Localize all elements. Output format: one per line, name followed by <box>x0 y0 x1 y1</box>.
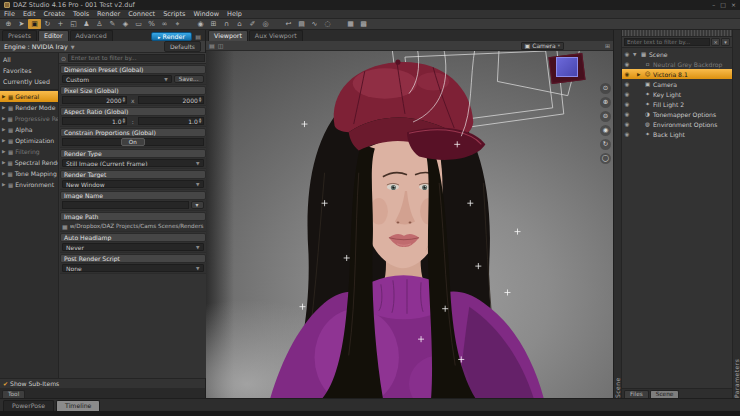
render-target-dropdown[interactable]: New Window ▼ <box>62 180 204 188</box>
menu-item[interactable]: File <box>0 10 19 19</box>
spinner-icon[interactable]: ▲▼ <box>123 118 126 125</box>
image-name-field[interactable] <box>62 201 189 209</box>
toolbar-icon[interactable]: ✎ <box>106 19 119 29</box>
constrain-toggle[interactable]: On <box>62 138 204 146</box>
toolbar-icon[interactable]: ∿ <box>308 19 321 29</box>
image-name-options-button[interactable]: ▾ <box>191 201 204 209</box>
category-item[interactable]: ▶ ▦ General <box>0 91 58 102</box>
window-control-button[interactable]: □ <box>720 1 726 9</box>
scene-tree-row[interactable]: ◉ ✦ Fill Light 2 <box>622 99 732 109</box>
expand-arrow-icon[interactable]: ▼ <box>633 52 638 57</box>
category-item[interactable]: ▶ ▦ Spectral Rendering <box>0 157 58 168</box>
render-settings-tab[interactable]: Editor <box>38 30 69 41</box>
toolbar-icon[interactable]: ⌂ <box>233 19 246 29</box>
spinner-icon[interactable]: ▲▼ <box>199 118 202 125</box>
scene-tree-row[interactable]: ◉ ◑ Tonemapper Options <box>622 109 732 119</box>
defaults-button[interactable]: Defaults <box>164 41 201 52</box>
render-settings-tab[interactable]: Presets <box>2 30 37 41</box>
toolbar-icon[interactable]: ◌ <box>321 19 334 29</box>
toolbar-icon[interactable]: ⊞ <box>207 19 220 29</box>
toolbar-icon[interactable]: ♟ <box>80 19 93 29</box>
visibility-eye-icon[interactable]: ◉ <box>623 101 631 107</box>
toolbar-icon[interactable]: % <box>145 19 158 29</box>
scene-search-input[interactable] <box>624 38 710 46</box>
visibility-eye-icon[interactable]: ◉ <box>623 111 631 117</box>
group-header-aspect-ratio[interactable]: Aspect Ratio (Global) <box>60 107 206 116</box>
toolbar-icon[interactable]: + <box>54 19 67 29</box>
post-render-script-dropdown[interactable]: None ▼ <box>62 264 204 272</box>
scene-search-button[interactable]: × <box>711 38 720 46</box>
toolbar-icon[interactable]: ◱ <box>67 19 80 29</box>
category-filter-item[interactable]: Currently Used <box>0 77 58 88</box>
properties-filter-input[interactable] <box>68 54 205 62</box>
window-control-button[interactable]: – <box>712 1 715 9</box>
bottom-pane-tab[interactable]: Timeline <box>56 400 100 411</box>
category-filter-item[interactable]: Favorites <box>0 66 58 77</box>
visibility-eye-icon[interactable]: ◉ <box>623 81 631 87</box>
group-header-pixel-size[interactable]: Pixel Size (Global) <box>60 86 206 95</box>
toolbar-icon[interactable]: ◈ <box>119 19 132 29</box>
toolbar-icon[interactable]: ▭ <box>132 19 145 29</box>
menu-item[interactable]: Tools <box>69 10 93 19</box>
menu-item[interactable]: Connect <box>124 10 159 19</box>
spinner-icon[interactable]: ▲▼ <box>199 97 202 104</box>
toolbar-icon[interactable]: ▩ <box>357 19 370 29</box>
image-path-value[interactable]: w/Dropbox/DAZ Projects/Cams Scenes/Rende… <box>70 223 204 229</box>
menu-item[interactable]: Help <box>223 10 246 19</box>
view-gizmo-button[interactable]: ⊕ <box>600 97 611 108</box>
toolbar-icon[interactable]: ⌖ <box>171 19 184 29</box>
pane-grip-handle[interactable] <box>622 30 732 37</box>
visibility-eye-icon[interactable]: ◉ <box>623 71 631 77</box>
spinner-icon[interactable]: ▲▼ <box>123 97 126 104</box>
menu-item[interactable]: Scripts <box>159 10 189 19</box>
view-cube-gizmo[interactable] <box>556 57 578 77</box>
menu-item[interactable]: Edit <box>19 10 40 19</box>
scene-bottom-tab[interactable]: Scene <box>650 390 680 398</box>
render-type-dropdown[interactable]: Still Image (Current Frame) ▼ <box>62 159 204 167</box>
category-item[interactable]: ▶ ▦ Render Mode <box>0 102 58 113</box>
toolbar-icon[interactable]: ▦ <box>344 19 357 29</box>
scene-bottom-tab[interactable]: Files <box>624 390 649 398</box>
window-control-button[interactable]: × <box>731 1 736 9</box>
toolbar-icon[interactable]: ↻ <box>41 19 54 29</box>
aspect-b-field[interactable]: 1.0 ▲▼ <box>138 117 203 125</box>
render-settings-tab[interactable]: Advanced <box>70 30 113 41</box>
viewport-toolbar-icon[interactable]: ◫ <box>218 41 224 51</box>
group-header-image-name[interactable]: Image Name <box>60 191 206 200</box>
menu-item[interactable]: Window <box>189 10 223 19</box>
scene-tree-row[interactable]: ◉ ▣ Camera <box>622 79 732 89</box>
category-item[interactable]: ▶ ▦ Optimization <box>0 135 58 146</box>
group-header-render-target[interactable]: Render Target <box>60 170 206 179</box>
bottom-pane-tab[interactable]: PowerPose <box>3 400 54 411</box>
group-header-post-render-script[interactable]: Post Render Script <box>60 254 206 263</box>
dimension-preset-dropdown[interactable]: Custom ▼ <box>62 75 172 83</box>
group-header-auto-headlamp[interactable]: Auto Headlamp <box>60 233 206 242</box>
toolbar-icon[interactable]: ∩ <box>220 19 233 29</box>
category-item[interactable]: ▶ ▦ Environment <box>0 179 58 190</box>
menu-item[interactable]: Render <box>93 10 124 19</box>
viewport-tab[interactable]: Aux Viewport <box>249 30 303 41</box>
visibility-eye-icon[interactable]: ◉ <box>623 51 631 57</box>
visibility-eye-icon[interactable]: ◉ <box>623 61 631 67</box>
group-header-image-path[interactable]: Image Path <box>60 212 206 221</box>
camera-selector-dropdown[interactable]: ▣ Camera ▾ <box>521 42 564 50</box>
pixel-height-field[interactable]: 2000 ▲▼ <box>138 96 203 104</box>
toolbar-icon[interactable]: ✐ <box>246 19 259 29</box>
view-gizmo-button[interactable]: ◉ <box>600 125 611 136</box>
toolbar-icon[interactable]: ◎ <box>259 19 272 29</box>
group-header-dimension-preset[interactable]: Dimension Preset (Global) <box>60 65 206 74</box>
scene-search-button[interactable]: ▾ <box>721 38 730 46</box>
pane-menu-icon[interactable]: ▤ <box>193 32 203 41</box>
category-item[interactable]: ▶ ▦ Alpha <box>0 124 58 135</box>
scene-tree-row[interactable]: ◉ ✦ Back Light <box>622 129 732 139</box>
viewport-canvas[interactable] <box>206 51 613 398</box>
show-sub-items-label[interactable]: Show Sub-Items <box>10 380 59 387</box>
tool-tab[interactable]: Tool <box>2 390 25 398</box>
viewport-tab[interactable]: Viewport <box>208 30 248 41</box>
checkbox-checked-icon[interactable]: ✔ <box>3 380 8 387</box>
scene-tree-row[interactable]: ◉ ◍ Environment Options <box>622 119 732 129</box>
render-button[interactable]: ▸ Render <box>151 32 192 41</box>
category-item[interactable]: ▶ ▦ Progressive Rendering <box>0 113 58 124</box>
viewport-toolbar-icon[interactable]: ▤ <box>209 41 215 51</box>
toolbar-icon[interactable]: ➤ <box>15 19 28 29</box>
